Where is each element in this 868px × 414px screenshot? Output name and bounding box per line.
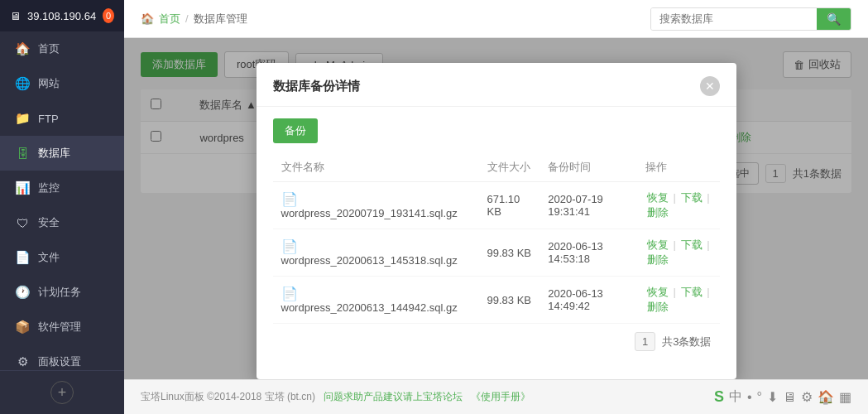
- backup-size-1: 671.10 KB: [479, 182, 540, 229]
- backup-modal: 数据库备份详情 ✕ 备份 文件名称 文件大小 备份时间 操作: [257, 63, 736, 379]
- database-icon: 🗄: [15, 147, 30, 161]
- sidebar-nav: 🏠 首页 🌐 网站 📁 FTP 🗄 数据库 📊 监控 🛡 安全 📄 文件 🕐: [0, 31, 124, 370]
- sidebar-header: 🖥 39.108.190.64 0: [0, 0, 124, 31]
- footer-icon-home2: 🏠: [818, 389, 834, 405]
- backup-filename-1: 📄 wordpress_20200719_193141.sql.gz: [273, 182, 479, 229]
- breadcrumb: 🏠 首页 / 数据库管理: [141, 12, 247, 26]
- modal-title: 数据库备份详情: [273, 79, 360, 94]
- footer-icon-s: S: [714, 388, 724, 406]
- sidebar-item-database[interactable]: 🗄 数据库: [0, 136, 124, 171]
- modal-page-number: 1: [635, 332, 655, 351]
- sidebar: 🖥 39.108.190.64 0 🏠 首页 🌐 网站 📁 FTP 🗄 数据库 …: [0, 0, 124, 414]
- panel-icon: ⚙: [15, 354, 30, 369]
- restore-link-1[interactable]: 恢复: [647, 191, 669, 204]
- backup-button[interactable]: 备份: [273, 118, 318, 143]
- breadcrumb-current: 数据库管理: [194, 12, 247, 26]
- modal-overlay: 数据库备份详情 ✕ 备份 文件名称 文件大小 备份时间 操作: [124, 38, 868, 379]
- backup-size-3: 99.83 KB: [479, 277, 540, 324]
- backup-actions-2: 恢复 | 下载 | 删除: [637, 229, 720, 277]
- backup-actions-3: 恢复 | 下载 | 删除: [637, 277, 720, 324]
- sidebar-item-security[interactable]: 🛡 安全: [0, 205, 124, 240]
- modal-col-backuptime: 备份时间: [540, 153, 637, 182]
- modal-page-total: 共3条数据: [662, 335, 711, 349]
- monitor-icon: 🖥: [10, 10, 21, 22]
- backup-time-3: 2020-06-13 14:49:42: [540, 277, 637, 324]
- main-content: 🏠 首页 / 数据库管理 🔍 添加数据库 root密码 phpMyAdmin 🗑…: [124, 0, 868, 414]
- footer-icon-screen: 🖥: [783, 390, 796, 405]
- software-icon: 📦: [15, 320, 30, 335]
- sidebar-item-files[interactable]: 📄 文件: [0, 240, 124, 275]
- search-button[interactable]: 🔍: [817, 8, 851, 30]
- sidebar-label-database: 数据库: [38, 146, 70, 161]
- tasks-icon: 🕐: [15, 285, 30, 300]
- sidebar-label-panel: 面板设置: [38, 354, 81, 369]
- breadcrumb-home-icon: 🏠: [141, 12, 154, 25]
- sidebar-label-tasks: 计划任务: [38, 285, 81, 300]
- sidebar-label-software: 软件管理: [38, 320, 81, 335]
- topbar: 🏠 首页 / 数据库管理 🔍: [124, 0, 868, 38]
- sidebar-label-security: 安全: [38, 215, 60, 230]
- download-link-2[interactable]: 下载: [681, 238, 703, 251]
- restore-link-2[interactable]: 恢复: [647, 238, 669, 251]
- sidebar-item-ftp[interactable]: 📁 FTP: [0, 101, 124, 136]
- footer: 宝塔Linux面板 ©2014-2018 宝塔 (bt.cn) 问题求助产品建议…: [124, 379, 868, 414]
- modal-col-filesize: 文件大小: [479, 153, 540, 182]
- sidebar-item-tasks[interactable]: 🕐 计划任务: [0, 275, 124, 310]
- sidebar-label-files: 文件: [38, 250, 60, 265]
- sidebar-item-home[interactable]: 🏠 首页: [0, 31, 124, 66]
- footer-help-link[interactable]: 问题求助产品建议请上宝塔论坛: [324, 390, 463, 404]
- backup-row-3: 📄 wordpress_20200613_144942.sql.gz 99.83…: [273, 277, 720, 324]
- delete-link-3[interactable]: 删除: [647, 301, 669, 313]
- modal-pagination: 1 共3条数据: [273, 324, 720, 351]
- footer-icon-dot2: °: [757, 390, 762, 405]
- notification-badge: 0: [103, 8, 114, 23]
- home-icon: 🏠: [15, 41, 30, 56]
- modal-col-actions: 操作: [637, 153, 720, 182]
- sidebar-label-ftp: FTP: [38, 113, 59, 125]
- modal-header: 数据库备份详情 ✕: [257, 63, 736, 107]
- modal-body: 备份 文件名称 文件大小 备份时间 操作: [257, 107, 736, 363]
- restore-link-3[interactable]: 恢复: [647, 286, 669, 298]
- delete-link-2[interactable]: 删除: [647, 253, 669, 266]
- server-ip: 39.108.190.64: [27, 10, 96, 22]
- add-server-button[interactable]: +: [50, 381, 74, 404]
- website-icon: 🌐: [15, 76, 30, 91]
- footer-icons: S 中 • ° ⬇ 🖥 ⚙ 🏠 ▦: [714, 388, 851, 406]
- modal-col-filename: 文件名称: [273, 153, 479, 182]
- backup-filename-2: 📄 wordpress_20200613_145318.sql.gz: [273, 229, 479, 277]
- security-icon: 🛡: [15, 216, 30, 230]
- footer-icon-grid: ▦: [839, 389, 851, 405]
- sidebar-footer: +: [0, 370, 124, 414]
- sidebar-item-panel[interactable]: ⚙ 面板设置: [0, 344, 124, 370]
- ftp-icon: 📁: [15, 111, 30, 126]
- breadcrumb-home[interactable]: 首页: [159, 12, 180, 26]
- delete-link-1[interactable]: 删除: [647, 206, 669, 219]
- files-icon: 📄: [15, 250, 30, 265]
- backup-filename-3: 📄 wordpress_20200613_144942.sql.gz: [273, 277, 479, 324]
- backup-time-1: 2020-07-19 19:31:41: [540, 182, 637, 229]
- footer-icon-dot1: •: [747, 390, 752, 405]
- backup-row-1: 📄 wordpress_20200719_193141.sql.gz 671.1…: [273, 182, 720, 229]
- backup-size-2: 99.83 KB: [479, 229, 540, 277]
- backup-time-2: 2020-06-13 14:53:18: [540, 229, 637, 277]
- sidebar-label-monitor: 监控: [38, 181, 60, 195]
- modal-close-button[interactable]: ✕: [700, 76, 720, 96]
- download-link-1[interactable]: 下载: [681, 191, 703, 204]
- footer-icon-settings: ⚙: [801, 389, 813, 405]
- backup-table: 文件名称 文件大小 备份时间 操作 📄 wordpress_20200719_1…: [273, 153, 720, 324]
- search-box: 🔍: [650, 7, 851, 31]
- sidebar-item-software[interactable]: 📦 软件管理: [0, 310, 124, 344]
- sidebar-label-home: 首页: [38, 41, 60, 56]
- sidebar-item-monitor[interactable]: 📊 监控: [0, 171, 124, 205]
- download-link-3[interactable]: 下载: [681, 286, 703, 298]
- content-area: 添加数据库 root密码 phpMyAdmin 🗑 回收站 数据库名 ▲ 用户名…: [124, 38, 868, 379]
- footer-manual-link[interactable]: 《使用手册》: [471, 390, 530, 404]
- breadcrumb-sep: /: [185, 12, 189, 25]
- monitor-nav-icon: 📊: [15, 181, 30, 195]
- backup-row-2: 📄 wordpress_20200613_145318.sql.gz 99.83…: [273, 229, 720, 277]
- search-input[interactable]: [651, 8, 817, 30]
- footer-icon-download: ⬇: [767, 389, 778, 405]
- sidebar-label-website: 网站: [38, 76, 60, 91]
- backup-actions-1: 恢复 | 下载 | 删除: [637, 182, 720, 229]
- sidebar-item-website[interactable]: 🌐 网站: [0, 66, 124, 101]
